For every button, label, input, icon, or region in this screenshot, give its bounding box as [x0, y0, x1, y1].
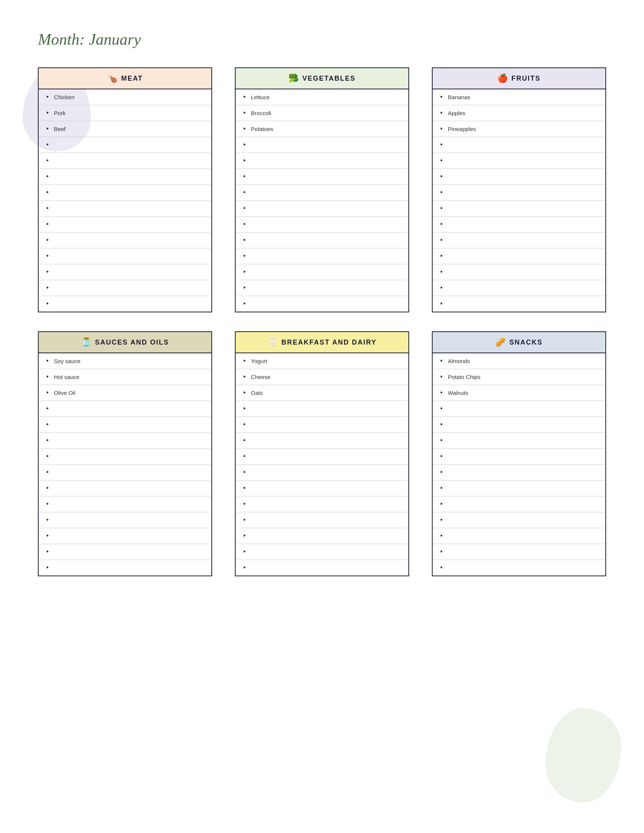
list-item[interactable]	[39, 433, 211, 449]
list-item[interactable]	[39, 248, 211, 264]
section-header-vegetables: 🥦VEGETABLES	[236, 68, 408, 89]
section-list-breakfast: YogurtCheeseOats	[236, 353, 408, 576]
list-item[interactable]	[39, 280, 211, 296]
list-item[interactable]	[236, 137, 408, 153]
list-item[interactable]	[39, 264, 211, 280]
list-item[interactable]	[236, 153, 408, 169]
list-item[interactable]	[236, 433, 408, 449]
list-item[interactable]	[39, 512, 211, 528]
list-item[interactable]	[39, 496, 211, 512]
list-item[interactable]: Oats	[236, 385, 408, 401]
list-item[interactable]	[433, 449, 605, 465]
list-item[interactable]	[39, 217, 211, 233]
section-label-snacks: SNACKS	[509, 338, 543, 346]
list-item[interactable]	[236, 512, 408, 528]
list-item[interactable]	[433, 201, 605, 217]
list-item[interactable]	[433, 169, 605, 185]
list-item[interactable]	[236, 544, 408, 560]
list-item[interactable]	[39, 137, 211, 153]
list-item[interactable]: Hot sauce	[39, 369, 211, 385]
item-text: Bananas	[448, 94, 470, 100]
list-item[interactable]	[39, 153, 211, 169]
list-item[interactable]	[39, 296, 211, 312]
list-item[interactable]	[433, 544, 605, 560]
list-item[interactable]	[236, 465, 408, 481]
list-item[interactable]: Broccoli	[236, 105, 408, 121]
list-item[interactable]: Yogurt	[236, 353, 408, 369]
list-item[interactable]	[236, 169, 408, 185]
list-item[interactable]	[433, 496, 605, 512]
list-item[interactable]	[39, 544, 211, 560]
item-text: Walnuts	[448, 390, 468, 396]
list-item[interactable]: Apples	[433, 105, 605, 121]
list-item[interactable]	[39, 449, 211, 465]
list-item[interactable]	[433, 401, 605, 417]
list-item[interactable]	[236, 233, 408, 248]
list-item[interactable]	[433, 153, 605, 169]
list-item[interactable]	[433, 233, 605, 248]
list-item[interactable]: Almonds	[433, 353, 605, 369]
list-item[interactable]	[433, 217, 605, 233]
list-item[interactable]	[433, 528, 605, 544]
list-item[interactable]	[39, 417, 211, 433]
list-item[interactable]	[236, 449, 408, 465]
list-item[interactable]	[236, 296, 408, 312]
list-item[interactable]	[433, 264, 605, 280]
list-item[interactable]	[39, 481, 211, 496]
list-item[interactable]	[236, 280, 408, 296]
list-item[interactable]	[433, 433, 605, 449]
page: Month: January 🍗MEATChickenPorkBeef🥦VEGE…	[0, 0, 644, 833]
list-item[interactable]: Bananas	[433, 89, 605, 105]
list-item[interactable]	[236, 185, 408, 201]
list-item[interactable]: Walnuts	[433, 385, 605, 401]
list-item[interactable]	[236, 401, 408, 417]
list-item[interactable]: Beef	[39, 121, 211, 137]
section-header-breakfast: 🥛BREAKFAST AND DAIRY	[236, 332, 408, 353]
list-item[interactable]: Lettuce	[236, 89, 408, 105]
list-item[interactable]	[236, 201, 408, 217]
list-item[interactable]: Potatoes	[236, 121, 408, 137]
list-item[interactable]	[433, 185, 605, 201]
sauces-icon: 🫙	[81, 338, 91, 347]
list-item[interactable]	[433, 280, 605, 296]
list-item[interactable]	[433, 512, 605, 528]
item-text: Potatoes	[251, 126, 273, 132]
list-item[interactable]: Olive Oil	[39, 385, 211, 401]
section-header-meat: 🍗MEAT	[39, 68, 211, 89]
list-item[interactable]: Pineapples	[433, 121, 605, 137]
list-item[interactable]	[433, 417, 605, 433]
list-item[interactable]	[433, 248, 605, 264]
list-item[interactable]: Potato Chips	[433, 369, 605, 385]
list-item[interactable]	[236, 560, 408, 576]
list-item[interactable]	[236, 248, 408, 264]
list-item[interactable]	[236, 481, 408, 496]
list-item[interactable]	[39, 401, 211, 417]
section-label-meat: MEAT	[121, 75, 143, 82]
section-header-snacks: 🥜SNACKS	[433, 332, 605, 353]
list-item[interactable]	[433, 481, 605, 496]
list-item[interactable]	[39, 465, 211, 481]
item-text: Beef	[54, 126, 66, 132]
list-item[interactable]: Soy sauce	[39, 353, 211, 369]
list-item[interactable]	[433, 560, 605, 576]
list-item[interactable]	[39, 185, 211, 201]
list-item[interactable]	[39, 233, 211, 248]
list-item[interactable]	[236, 528, 408, 544]
list-item[interactable]: Pork	[39, 105, 211, 121]
item-text: Potato Chips	[448, 374, 480, 380]
list-item[interactable]	[39, 201, 211, 217]
list-item[interactable]	[236, 417, 408, 433]
list-item[interactable]	[236, 217, 408, 233]
list-item[interactable]	[39, 560, 211, 576]
list-item[interactable]	[39, 169, 211, 185]
list-item[interactable]	[236, 496, 408, 512]
list-item[interactable]: Chicken	[39, 89, 211, 105]
list-item[interactable]	[433, 296, 605, 312]
list-item[interactable]	[433, 465, 605, 481]
section-list-sauces: Soy sauceHot sauceOlive Oil	[39, 353, 211, 576]
list-item[interactable]	[39, 528, 211, 544]
vegetables-icon: 🥦	[288, 74, 298, 83]
list-item[interactable]	[236, 264, 408, 280]
list-item[interactable]: Cheese	[236, 369, 408, 385]
list-item[interactable]	[433, 137, 605, 153]
